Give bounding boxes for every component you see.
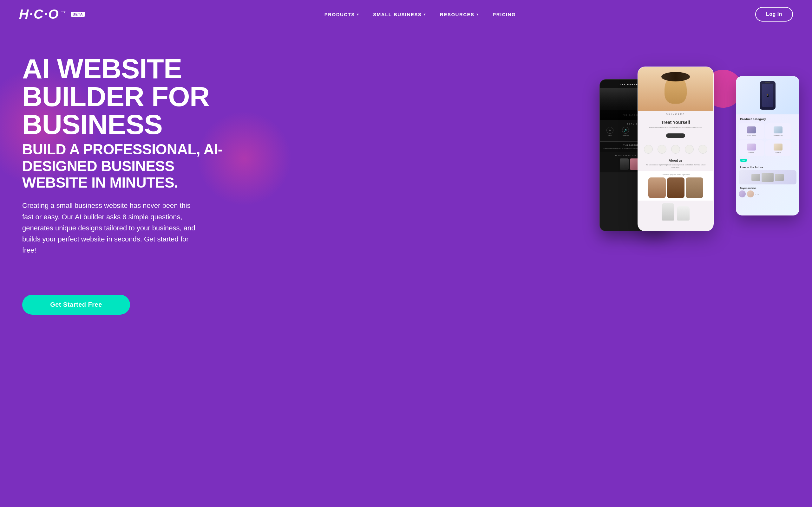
skincare-popular-section: Our most popular items right now [638, 171, 713, 201]
skin-product-2 [677, 206, 690, 221]
skincare-tagline: Treat Yourself [638, 117, 713, 126]
nav-link-small-business[interactable]: SMALL BUSINESS ▾ [373, 12, 426, 17]
mockup-tech: 📱 Product category Smart Watch Headphone… [736, 76, 799, 216]
nav-item-resources[interactable]: RESOURCES ▾ [440, 12, 478, 17]
tech-product-items: Smart Watch Headphones Earbuds Speaker [736, 122, 799, 158]
skin-face-2 [667, 177, 684, 198]
skin-icon-2 [658, 145, 666, 154]
tech-item-img-2 [774, 126, 782, 133]
tech-item-img-3 [747, 144, 756, 151]
skincare-sub-tagline: We bring pleasure in your own skin with … [638, 126, 713, 129]
review-avatar-2 [747, 190, 754, 198]
tech-item-4: Speaker [765, 140, 791, 156]
tech-product-category-label: Product category [736, 114, 799, 122]
hero-subtitle: BUILD A PROFESSIONAL, AI-DESIGNED BUSINE… [22, 141, 225, 191]
skincare-hero-image [638, 67, 713, 111]
chevron-down-icon: ▾ [424, 12, 426, 16]
skin-icon-1 [644, 145, 653, 154]
tech-item-label-3: Earbuds [749, 152, 755, 153]
tech-hero-image: 📱 [736, 76, 799, 114]
review-more: ··· [755, 190, 759, 198]
logo-area: H·C·O→ BETA [19, 8, 85, 21]
nav-link-pricing[interactable]: PRICING [493, 12, 516, 17]
tech-item-1: Smart Watch [739, 123, 764, 139]
hero-content-left: AI WEBSITE BUILDER FOR BUSINESS BUILD A … [22, 55, 225, 256]
tech-item-img-1 [747, 126, 756, 133]
logo-text: H·C·O→ [19, 8, 67, 21]
nav-link-products[interactable]: PRODUCTS ▾ [324, 12, 359, 17]
barber-icon-beard: 🪒 Beard Trim [622, 127, 629, 136]
skin-icon-3 [671, 145, 680, 154]
review-avatar-1 [739, 190, 746, 198]
nav-item-products[interactable]: PRODUCTS ▾ [324, 12, 359, 17]
skin-face-3 [686, 177, 703, 198]
skincare-about: About us We are dedicated to providing l… [638, 156, 713, 171]
tech-review-avatars: ··· [736, 190, 799, 198]
skincare-popular-label: Our most popular items right now [641, 174, 711, 176]
tech-future-image [739, 170, 797, 184]
skincare-icons-row [638, 142, 713, 156]
hero-title: AI WEBSITE BUILDER FOR BUSINESS [22, 55, 225, 138]
tech-item-img-4 [774, 144, 782, 151]
hero-section: AI WEBSITE BUILDER FOR BUSINESS BUILD A … [0, 29, 812, 288]
hero-title-line2: BUILDER FOR BUSINESS [22, 81, 209, 140]
hero-description: Creating a small business website has ne… [22, 200, 200, 256]
skincare-faces-row [641, 177, 711, 198]
skin-icon-5 [699, 145, 707, 154]
tech-item-label-2: Headphones [774, 134, 782, 136]
hero-title-line1: AI WEBSITE [22, 53, 182, 84]
tech-item-3: Earbuds [739, 140, 764, 156]
nav-item-pricing[interactable]: PRICING [493, 12, 516, 17]
skin-face-1 [648, 177, 666, 198]
skin-icon-4 [685, 145, 694, 154]
tech-reviews-label: Buyers reviews [736, 184, 799, 190]
tech-item-label-1: Smart Watch [747, 134, 756, 136]
skincare-about-text: We are dedicated to providing luxury ski… [643, 164, 708, 169]
chevron-down-icon: ▾ [476, 12, 479, 16]
barber-icon-haircut: ✂ Haircut [606, 127, 613, 136]
tech-item-2: Headphones [765, 123, 791, 139]
beta-badge: BETA [71, 12, 85, 17]
navbar: H·C·O→ BETA PRODUCTS ▾ SMALL BUSINESS ▾ … [0, 0, 812, 29]
nav-item-small-business[interactable]: SMALL BUSINESS ▾ [373, 12, 426, 17]
tech-phone: 📱 [760, 81, 775, 110]
tech-badge: New [740, 159, 747, 162]
skincare-product-images [638, 201, 713, 223]
nav-link-resources[interactable]: RESOURCES ▾ [440, 12, 478, 17]
barber-product-1 [620, 158, 629, 170]
get-started-button[interactable]: Get Started Free [22, 295, 130, 315]
tech-future-label: Live in the future [736, 163, 799, 170]
hero-mockups: THE BARBERSHOP THE BARBERSHOP — SERVICES… [609, 48, 793, 263]
mockup-skincare: SKINCARE Treat Yourself We bring pleasur… [638, 66, 714, 231]
skincare-about-title: About us [643, 159, 708, 162]
skincare-brand: SKINCARE [638, 111, 713, 117]
chevron-down-icon: ▾ [357, 12, 359, 16]
tech-item-label-4: Speaker [775, 152, 781, 153]
login-button[interactable]: Log In [755, 7, 793, 21]
skin-product-1 [662, 203, 674, 221]
nav-links: PRODUCTS ▾ SMALL BUSINESS ▾ RESOURCES ▾ … [324, 12, 516, 17]
cta-area: Get Started Free [0, 288, 812, 315]
skincare-shop-btn [666, 133, 685, 138]
